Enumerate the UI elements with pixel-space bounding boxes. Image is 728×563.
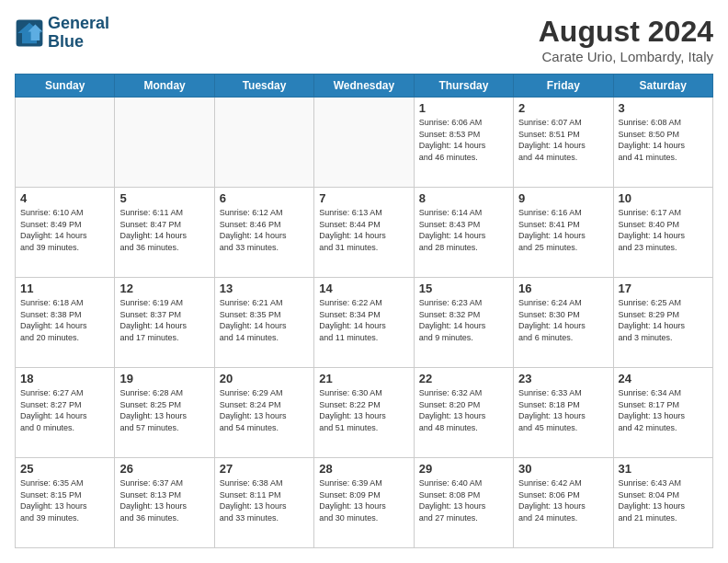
logo-icon xyxy=(15,18,44,48)
day-info: Sunrise: 6:06 AM Sunset: 8:53 PM Dayligh… xyxy=(419,117,508,163)
calendar-cell: 25Sunrise: 6:35 AM Sunset: 8:15 PM Dayli… xyxy=(16,458,115,548)
calendar-cell: 23Sunrise: 6:33 AM Sunset: 8:18 PM Dayli… xyxy=(514,368,613,458)
day-header-saturday: Saturday xyxy=(613,75,712,98)
calendar-cell: 6Sunrise: 6:12 AM Sunset: 8:46 PM Daylig… xyxy=(214,188,313,278)
calendar-cell: 26Sunrise: 6:37 AM Sunset: 8:13 PM Dayli… xyxy=(115,458,214,548)
day-info: Sunrise: 6:35 AM Sunset: 8:15 PM Dayligh… xyxy=(20,477,109,523)
day-info: Sunrise: 6:12 AM Sunset: 8:46 PM Dayligh… xyxy=(220,207,309,253)
day-info: Sunrise: 6:17 AM Sunset: 8:40 PM Dayligh… xyxy=(619,207,708,253)
day-number: 7 xyxy=(319,191,408,205)
day-info: Sunrise: 6:13 AM Sunset: 8:44 PM Dayligh… xyxy=(319,207,408,253)
day-info: Sunrise: 6:23 AM Sunset: 8:32 PM Dayligh… xyxy=(419,297,508,343)
day-number: 17 xyxy=(619,282,708,295)
day-info: Sunrise: 6:34 AM Sunset: 8:17 PM Dayligh… xyxy=(619,387,708,433)
day-info: Sunrise: 6:30 AM Sunset: 8:22 PM Dayligh… xyxy=(319,387,408,433)
day-number: 11 xyxy=(20,282,109,295)
logo: General Blue xyxy=(15,15,109,52)
calendar-cell: 24Sunrise: 6:34 AM Sunset: 8:17 PM Dayli… xyxy=(613,368,712,458)
day-info: Sunrise: 6:19 AM Sunset: 8:37 PM Dayligh… xyxy=(119,297,209,343)
calendar-cell: 1Sunrise: 6:06 AM Sunset: 8:53 PM Daylig… xyxy=(414,98,513,188)
calendar-cell: 12Sunrise: 6:19 AM Sunset: 8:37 PM Dayli… xyxy=(115,278,214,368)
day-info: Sunrise: 6:42 AM Sunset: 8:06 PM Dayligh… xyxy=(518,477,608,523)
day-info: Sunrise: 6:18 AM Sunset: 8:38 PM Dayligh… xyxy=(20,297,109,343)
day-header-thursday: Thursday xyxy=(414,75,513,98)
calendar-cell: 9Sunrise: 6:16 AM Sunset: 8:41 PM Daylig… xyxy=(514,188,613,278)
day-number: 4 xyxy=(20,191,109,205)
calendar-table: SundayMondayTuesdayWednesdayThursdayFrid… xyxy=(15,74,713,548)
day-number: 28 xyxy=(319,462,408,476)
day-number: 15 xyxy=(419,282,508,295)
day-number: 20 xyxy=(220,372,309,385)
day-info: Sunrise: 6:37 AM Sunset: 8:13 PM Dayligh… xyxy=(119,477,209,523)
day-number: 13 xyxy=(220,282,309,295)
day-number: 24 xyxy=(619,372,708,385)
day-header-monday: Monday xyxy=(115,75,214,98)
day-header-sunday: Sunday xyxy=(16,75,115,98)
calendar-cell: 19Sunrise: 6:28 AM Sunset: 8:25 PM Dayli… xyxy=(115,368,214,458)
day-number: 19 xyxy=(119,372,209,385)
main-title: August 2024 xyxy=(539,15,713,49)
calendar-cell: 11Sunrise: 6:18 AM Sunset: 8:38 PM Dayli… xyxy=(16,278,115,368)
day-info: Sunrise: 6:28 AM Sunset: 8:25 PM Dayligh… xyxy=(119,387,209,433)
calendar-week-4: 18Sunrise: 6:27 AM Sunset: 8:27 PM Dayli… xyxy=(16,368,713,458)
day-number: 14 xyxy=(319,282,408,295)
calendar-week-2: 4Sunrise: 6:10 AM Sunset: 8:49 PM Daylig… xyxy=(16,188,713,278)
page: General Blue August 2024 Carate Urio, Lo… xyxy=(0,0,728,563)
day-info: Sunrise: 6:11 AM Sunset: 8:47 PM Dayligh… xyxy=(119,207,209,253)
day-info: Sunrise: 6:24 AM Sunset: 8:30 PM Dayligh… xyxy=(518,297,608,343)
day-number: 16 xyxy=(518,282,608,295)
calendar-cell: 20Sunrise: 6:29 AM Sunset: 8:24 PM Dayli… xyxy=(214,368,313,458)
day-info: Sunrise: 6:27 AM Sunset: 8:27 PM Dayligh… xyxy=(20,387,109,433)
day-info: Sunrise: 6:39 AM Sunset: 8:09 PM Dayligh… xyxy=(319,477,408,523)
day-number: 31 xyxy=(619,462,708,476)
calendar-cell: 4Sunrise: 6:10 AM Sunset: 8:49 PM Daylig… xyxy=(16,188,115,278)
day-number: 2 xyxy=(518,101,608,115)
day-info: Sunrise: 6:33 AM Sunset: 8:18 PM Dayligh… xyxy=(518,387,608,433)
calendar-cell: 18Sunrise: 6:27 AM Sunset: 8:27 PM Dayli… xyxy=(16,368,115,458)
day-info: Sunrise: 6:29 AM Sunset: 8:24 PM Dayligh… xyxy=(220,387,309,433)
day-number: 1 xyxy=(419,101,508,115)
day-info: Sunrise: 6:16 AM Sunset: 8:41 PM Dayligh… xyxy=(518,207,608,253)
day-number: 30 xyxy=(518,462,608,476)
calendar-cell: 2Sunrise: 6:07 AM Sunset: 8:51 PM Daylig… xyxy=(514,98,613,188)
calendar-cell xyxy=(314,98,414,188)
day-info: Sunrise: 6:08 AM Sunset: 8:50 PM Dayligh… xyxy=(619,117,708,163)
calendar-week-5: 25Sunrise: 6:35 AM Sunset: 8:15 PM Dayli… xyxy=(16,458,713,548)
day-info: Sunrise: 6:25 AM Sunset: 8:29 PM Dayligh… xyxy=(619,297,708,343)
calendar-cell: 15Sunrise: 6:23 AM Sunset: 8:32 PM Dayli… xyxy=(414,278,513,368)
day-number: 18 xyxy=(20,372,109,385)
header: General Blue August 2024 Carate Urio, Lo… xyxy=(15,15,713,64)
day-info: Sunrise: 6:32 AM Sunset: 8:20 PM Dayligh… xyxy=(419,387,508,433)
calendar-cell: 27Sunrise: 6:38 AM Sunset: 8:11 PM Dayli… xyxy=(214,458,313,548)
calendar-cell: 7Sunrise: 6:13 AM Sunset: 8:44 PM Daylig… xyxy=(314,188,414,278)
calendar-cell: 8Sunrise: 6:14 AM Sunset: 8:43 PM Daylig… xyxy=(414,188,513,278)
day-number: 10 xyxy=(619,191,708,205)
day-info: Sunrise: 6:21 AM Sunset: 8:35 PM Dayligh… xyxy=(220,297,309,343)
day-number: 9 xyxy=(518,191,608,205)
logo-line2: Blue xyxy=(48,32,84,51)
calendar-cell: 22Sunrise: 6:32 AM Sunset: 8:20 PM Dayli… xyxy=(414,368,513,458)
calendar-cell: 29Sunrise: 6:40 AM Sunset: 8:08 PM Dayli… xyxy=(414,458,513,548)
logo-text: General Blue xyxy=(48,15,109,52)
calendar-cell xyxy=(115,98,214,188)
calendar-cell: 17Sunrise: 6:25 AM Sunset: 8:29 PM Dayli… xyxy=(613,278,712,368)
day-info: Sunrise: 6:22 AM Sunset: 8:34 PM Dayligh… xyxy=(319,297,408,343)
day-number: 22 xyxy=(419,372,508,385)
calendar-cell: 13Sunrise: 6:21 AM Sunset: 8:35 PM Dayli… xyxy=(214,278,313,368)
calendar-cell xyxy=(16,98,115,188)
day-number: 29 xyxy=(419,462,508,476)
day-header-tuesday: Tuesday xyxy=(214,75,313,98)
calendar-cell: 31Sunrise: 6:43 AM Sunset: 8:04 PM Dayli… xyxy=(613,458,712,548)
day-number: 25 xyxy=(20,462,109,476)
calendar-cell: 10Sunrise: 6:17 AM Sunset: 8:40 PM Dayli… xyxy=(613,188,712,278)
day-number: 27 xyxy=(220,462,309,476)
calendar-cell: 21Sunrise: 6:30 AM Sunset: 8:22 PM Dayli… xyxy=(314,368,414,458)
calendar-cell: 5Sunrise: 6:11 AM Sunset: 8:47 PM Daylig… xyxy=(115,188,214,278)
day-header-friday: Friday xyxy=(514,75,613,98)
subtitle: Carate Urio, Lombardy, Italy xyxy=(539,49,713,64)
day-info: Sunrise: 6:14 AM Sunset: 8:43 PM Dayligh… xyxy=(419,207,508,253)
day-info: Sunrise: 6:07 AM Sunset: 8:51 PM Dayligh… xyxy=(518,117,608,163)
calendar-cell: 14Sunrise: 6:22 AM Sunset: 8:34 PM Dayli… xyxy=(314,278,414,368)
day-number: 26 xyxy=(119,462,209,476)
day-number: 3 xyxy=(619,101,708,115)
